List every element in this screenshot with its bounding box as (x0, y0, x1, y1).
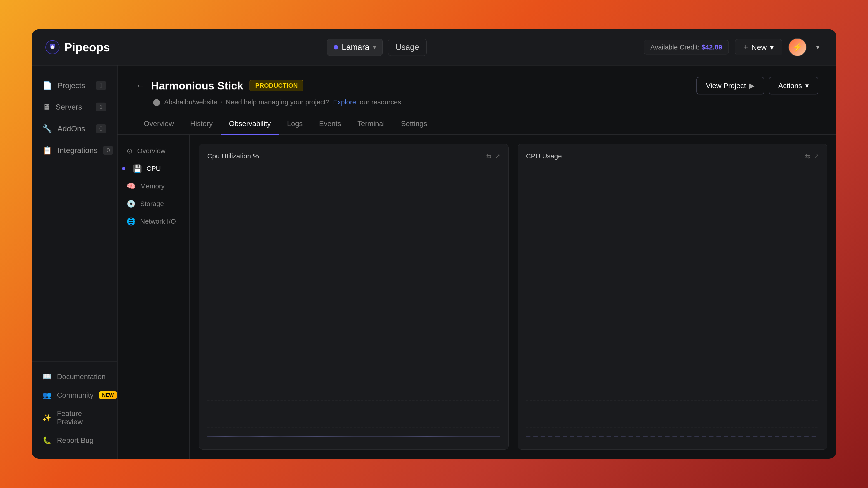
chart-cpu-usage-title: CPU Usage (526, 152, 562, 160)
project-title-row: ← Harmonious Stick PRODUCTION (135, 79, 303, 92)
obs-sidebar: ⊙ Overview 💾 CPU 🧠 Memory 💿 Storag (118, 135, 190, 459)
sidebar-item-documentation[interactable]: 📖 Documentation (32, 367, 117, 386)
chart-cpu-util-controls: ⇆ ⤢ (486, 153, 500, 160)
credit-label: Available Credit: (650, 43, 700, 51)
project-meta: ⬤ Abshaibu/website • Need help managing … (153, 94, 818, 106)
project-header-row: ← Harmonious Stick PRODUCTION View Proje… (135, 77, 818, 94)
pipeops-logo-icon (45, 40, 60, 55)
header-center: Lamara ▾ Usage (110, 39, 644, 56)
tab-events[interactable]: Events (311, 113, 349, 135)
explore-link[interactable]: Explore (333, 98, 356, 106)
addons-label: AddOns (57, 124, 90, 133)
actions-label: Actions (778, 82, 802, 90)
addons-icon: 🔧 (42, 124, 52, 133)
svg-point-1 (51, 45, 54, 49)
new-chevron-icon: ▾ (770, 43, 774, 52)
servers-icon: 🖥 (42, 103, 50, 111)
integrations-badge: 0 (103, 146, 113, 155)
env-badge: PRODUCTION (250, 80, 303, 91)
logo-area: Pipeops (45, 40, 110, 55)
servers-badge: 1 (96, 103, 106, 111)
sidebar-item-integrations[interactable]: 📋 Integrations 0 (32, 139, 117, 161)
actions-button[interactable]: Actions ▾ (769, 77, 818, 94)
plus-icon: + (743, 42, 748, 52)
report-bug-icon: 🐛 (42, 436, 52, 445)
community-new-badge: NEW (99, 391, 117, 399)
workspace-selector[interactable]: Lamara ▾ (327, 39, 383, 56)
tab-history[interactable]: History (182, 113, 221, 135)
actions-chevron-icon: ▾ (805, 81, 809, 90)
workspace-name: Lamara (342, 42, 369, 52)
tab-logs[interactable]: Logs (279, 113, 311, 135)
chart-cpu-usage-header: CPU Usage ⇆ ⤢ (526, 152, 819, 160)
chart-cpu-util-header: Cpu Utilization % ⇆ ⤢ (207, 152, 500, 160)
chart-cpu-utilization: Cpu Utilization % ⇆ ⤢ (199, 144, 508, 450)
tab-terminal[interactable]: Terminal (349, 113, 393, 135)
tab-settings[interactable]: Settings (393, 113, 435, 135)
tab-observability[interactable]: Observability (221, 113, 279, 135)
sidebar-item-servers[interactable]: 🖥 Servers 1 (32, 96, 117, 118)
avatar-icon: ⚡ (793, 42, 803, 52)
header-dropdown-icon[interactable]: ▾ (813, 38, 823, 56)
chart-cpu-util-sync-icon[interactable]: ⇆ (486, 153, 491, 160)
obs-cpu-label: CPU (147, 165, 161, 172)
obs-nav-cpu[interactable]: 💾 CPU (118, 160, 189, 177)
obs-cpu-icon: 💾 (133, 164, 142, 173)
obs-storage-label: Storage (140, 200, 164, 207)
obs-overview-icon: ⊙ (127, 147, 133, 155)
charts-area: Cpu Utilization % ⇆ ⤢ (190, 135, 836, 459)
documentation-icon: 📖 (42, 372, 52, 381)
sidebar-item-projects[interactable]: 📄 Projects 1 (32, 74, 117, 96)
sidebar-item-addons[interactable]: 🔧 AddOns 0 (32, 118, 117, 139)
obs-nav-network[interactable]: 🌐 Network I/O (118, 213, 189, 230)
obs-nav-memory[interactable]: 🧠 Memory (118, 177, 189, 195)
tab-overview[interactable]: Overview (135, 113, 182, 135)
chart-cpu-usage-body (526, 165, 819, 441)
project-title: Harmonious Stick (151, 79, 243, 92)
obs-nav-overview[interactable]: ⊙ Overview (118, 142, 189, 160)
sidebar-item-report-bug[interactable]: 🐛 Report Bug (32, 431, 117, 450)
workspace-chevron-icon: ▾ (373, 43, 376, 51)
feature-preview-icon: ✨ (42, 414, 52, 422)
chart-cpu-util-expand-icon[interactable]: ⤢ (495, 153, 500, 160)
obs-memory-label: Memory (140, 182, 164, 190)
report-bug-label: Report Bug (57, 436, 94, 445)
credit-amount: $42.89 (702, 43, 722, 51)
obs-nav-storage[interactable]: 💿 Storage (118, 195, 189, 213)
view-project-label: View Project (706, 82, 746, 90)
obs-network-icon: 🌐 (127, 217, 135, 226)
obs-network-label: Network I/O (140, 218, 176, 225)
workspace-dot (334, 45, 338, 50)
new-button[interactable]: + New ▾ (735, 39, 782, 55)
chart-cpu-usage-expand-icon[interactable]: ⤢ (814, 153, 819, 160)
usage-button[interactable]: Usage (388, 39, 427, 56)
play-icon: ▶ (749, 81, 755, 90)
content: ← Harmonious Stick PRODUCTION View Proje… (118, 66, 836, 459)
github-link[interactable]: Abshaibu/website (164, 98, 217, 106)
project-actions: View Project ▶ Actions ▾ (696, 77, 818, 94)
feature-preview-label: Feature Preview (57, 410, 106, 426)
header-right: Available Credit: $42.89 + New ▾ ⚡ ▾ (644, 38, 823, 56)
obs-overview-label: Overview (137, 147, 165, 155)
header: Pipeops Lamara ▾ Usage Available Credit:… (32, 29, 836, 66)
chart-cpu-usage-sync-icon[interactable]: ⇆ (805, 153, 810, 160)
github-icon: ⬤ (153, 98, 160, 106)
sidebar-item-community[interactable]: 👥 Community NEW (32, 386, 117, 404)
chart-cpu-usage: CPU Usage ⇆ ⤢ (518, 144, 827, 450)
community-icon: 👥 (42, 391, 52, 399)
addons-badge: 0 (96, 124, 106, 133)
resources-text: our resources (360, 98, 401, 106)
project-header: ← Harmonious Stick PRODUCTION View Proje… (118, 66, 836, 106)
help-text: Need help managing your project? (226, 98, 330, 106)
back-button[interactable]: ← (135, 80, 145, 91)
projects-badge: 1 (96, 81, 106, 90)
chart-cpu-util-body (207, 165, 500, 441)
sidebar-nav: 📄 Projects 1 🖥 Servers 1 🔧 AddOns 0 📋 In… (32, 74, 117, 356)
user-avatar[interactable]: ⚡ (788, 38, 807, 56)
view-project-button[interactable]: View Project ▶ (696, 77, 764, 94)
main-layout: 📄 Projects 1 🖥 Servers 1 🔧 AddOns 0 📋 In… (32, 66, 836, 459)
credit-badge: Available Credit: $42.89 (644, 40, 729, 55)
meta-dot: • (221, 100, 222, 104)
sidebar-item-feature-preview[interactable]: ✨ Feature Preview (32, 404, 117, 431)
chart-cpu-usage-svg (526, 387, 819, 441)
